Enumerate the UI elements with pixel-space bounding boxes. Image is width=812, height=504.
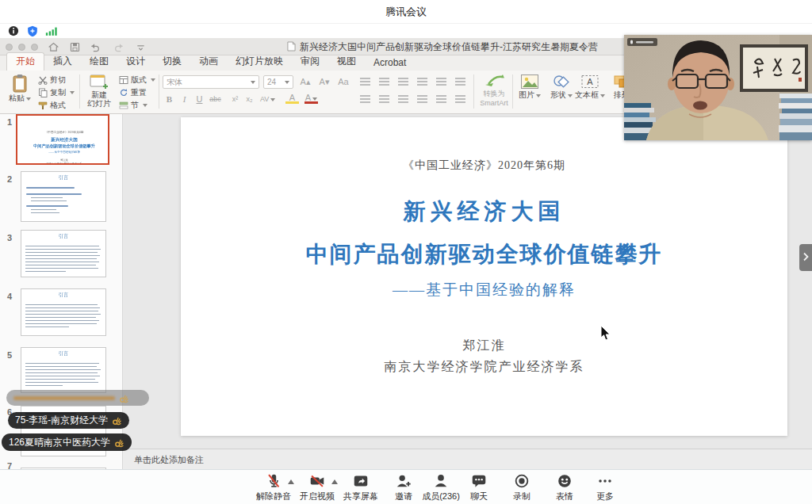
meeting-app-title: 腾讯会议 [385, 6, 427, 17]
thumb-heading: 引言 [34, 350, 93, 357]
align-text-button[interactable] [452, 93, 469, 105]
convert-to-smartart-button[interactable]: 转换为 SmartArt [476, 73, 512, 108]
scissors-icon [38, 75, 48, 85]
ok-hand-icon [114, 437, 124, 448]
home-icon[interactable] [48, 41, 59, 53]
picture-icon [520, 74, 539, 90]
format-painter-button[interactable]: 格式 [38, 99, 75, 112]
tab-transitions[interactable]: 切换 [154, 53, 190, 71]
tab-acrobat[interactable]: Acrobat [365, 55, 415, 71]
slide-thumbnail-5[interactable]: 引言 [21, 347, 106, 393]
align-center-button[interactable] [376, 93, 393, 105]
document-icon [287, 41, 296, 52]
reset-button[interactable]: 重置 [119, 86, 155, 99]
new-slide-icon [90, 74, 109, 90]
tab-design[interactable]: 设计 [117, 53, 154, 71]
ok-hand-icon [119, 393, 129, 403]
align-right-button[interactable] [395, 93, 412, 105]
tab-animations[interactable]: 动画 [190, 53, 227, 71]
paste-button[interactable]: 粘贴 [5, 73, 35, 102]
slide-title-line2: 中间产品创新驱动全球价值链攀升 [181, 239, 787, 269]
meeting-title-bar: 腾讯会议 [0, 0, 812, 24]
more-button[interactable]: 更多 [583, 472, 627, 502]
reset-icon [119, 88, 128, 97]
layout-button[interactable]: 版式 [119, 74, 155, 86]
slide-subtitle: ——基于中国经验的解释 [181, 280, 787, 300]
highlight-color-button[interactable]: A [285, 92, 299, 104]
align-left-button[interactable] [357, 93, 373, 105]
mic-options-caret[interactable] [288, 479, 294, 484]
justify-button[interactable] [414, 93, 431, 105]
slide-thumbnail-4[interactable]: 引言 [21, 288, 106, 336]
smartart-icon [484, 74, 504, 88]
bullets-button[interactable] [357, 75, 373, 88]
font-size-select[interactable]: 24 [263, 75, 293, 89]
video-options-caret[interactable] [331, 479, 338, 484]
copy-button[interactable]: 复制 [38, 86, 75, 99]
share-screen-button[interactable]: 共享屏幕 [339, 472, 383, 502]
character-spacing-button[interactable]: AV [260, 92, 275, 106]
slide-thumbnail-2[interactable]: 引言 [21, 171, 106, 222]
text-direction-button[interactable] [452, 75, 469, 88]
strikethrough-button[interactable]: abc [209, 92, 222, 106]
window-zoom-button[interactable] [31, 44, 38, 51]
shapes-icon [552, 74, 571, 90]
thumb-number: 4 [7, 292, 12, 301]
increase-indent-button[interactable] [414, 75, 431, 88]
tencent-meeting-window: 腾讯会议 新兴经济大国中间产品创新驱动全球价值链攀升-江苏研究生暑期夏令营 开始… [0, 0, 812, 504]
reactions-button[interactable]: 表情 [542, 472, 587, 502]
tab-insert[interactable]: 插入 [44, 53, 81, 71]
superscript-button[interactable]: x² [228, 92, 242, 106]
font-color-button[interactable]: A [304, 92, 318, 104]
font-name-select[interactable]: 宋体 [163, 75, 259, 89]
tab-view[interactable]: 视图 [328, 53, 365, 71]
unmute-button[interactable]: 解除静音 [251, 472, 296, 502]
italic-button[interactable]: I [178, 92, 191, 106]
chat-button[interactable]: 聊天 [457, 472, 501, 502]
paste-dropdown-icon[interactable] [26, 97, 31, 101]
record-button[interactable]: 录制 [500, 472, 544, 502]
tab-home[interactable]: 开始 [6, 52, 44, 71]
slide-affiliation: 南京大学经济学院产业经济学系 [181, 359, 787, 376]
notes-pane[interactable]: 单击此处添加备注 [123, 449, 812, 469]
new-slide-button[interactable]: 新建幻灯片 [82, 73, 116, 108]
thumb-heading: 引言 [34, 233, 93, 240]
tab-review[interactable]: 审阅 [292, 53, 328, 71]
cut-button[interactable]: 剪切 [38, 74, 75, 86]
side-panel-toggle[interactable] [799, 244, 812, 271]
chevron-right-icon [802, 252, 809, 262]
thumb-number: 5 [7, 350, 12, 360]
slide-thumbnail-1[interactable]: 《中国工业经济》2020年第6期 新兴经济大国 中间产品创新驱动全球价值链攀升 … [16, 114, 109, 165]
numbering-button[interactable] [376, 75, 393, 88]
window-close-button[interactable] [6, 44, 13, 51]
tab-draw[interactable]: 绘图 [81, 53, 117, 71]
slide-thumbnail-3[interactable]: 引言 [21, 230, 106, 277]
share-screen-icon [352, 472, 370, 490]
textbox-button[interactable]: 文本框 [573, 73, 607, 99]
tab-slideshow[interactable]: 幻灯片放映 [227, 53, 292, 71]
subscript-button[interactable]: x₂ [243, 92, 256, 106]
start-video-button[interactable]: 开启视频 [295, 472, 339, 502]
line-spacing-button[interactable] [433, 75, 450, 88]
presenter-video [624, 35, 812, 140]
layout-icon [119, 75, 128, 85]
picture-button[interactable]: 图片 [515, 73, 544, 99]
bold-button[interactable]: B [163, 92, 176, 106]
columns-button[interactable] [433, 93, 450, 105]
shapes-button[interactable]: 形状 [547, 73, 576, 99]
clear-formatting-button[interactable]: Aa [335, 75, 352, 89]
grow-font-button[interactable]: A▴ [297, 75, 314, 89]
section-button[interactable]: 节 [119, 99, 155, 112]
underline-button[interactable]: U [193, 92, 206, 106]
slide-editor[interactable]: 《中国工业经济》2020年第6期 新兴经济大国 中间产品创新驱动全球价值链攀升 … [181, 117, 787, 436]
mouse-cursor [600, 326, 611, 342]
thumb-heading: 引言 [34, 292, 93, 299]
thumb-number: 3 [7, 233, 12, 242]
decrease-indent-button[interactable] [395, 75, 412, 88]
signal-bars-icon [45, 26, 58, 36]
window-minimize-button[interactable] [18, 44, 25, 51]
emoji-icon [556, 472, 573, 490]
shrink-font-button[interactable]: A▾ [316, 75, 333, 89]
members-icon [432, 472, 450, 490]
notes-placeholder: 单击此处添加备注 [134, 455, 204, 464]
